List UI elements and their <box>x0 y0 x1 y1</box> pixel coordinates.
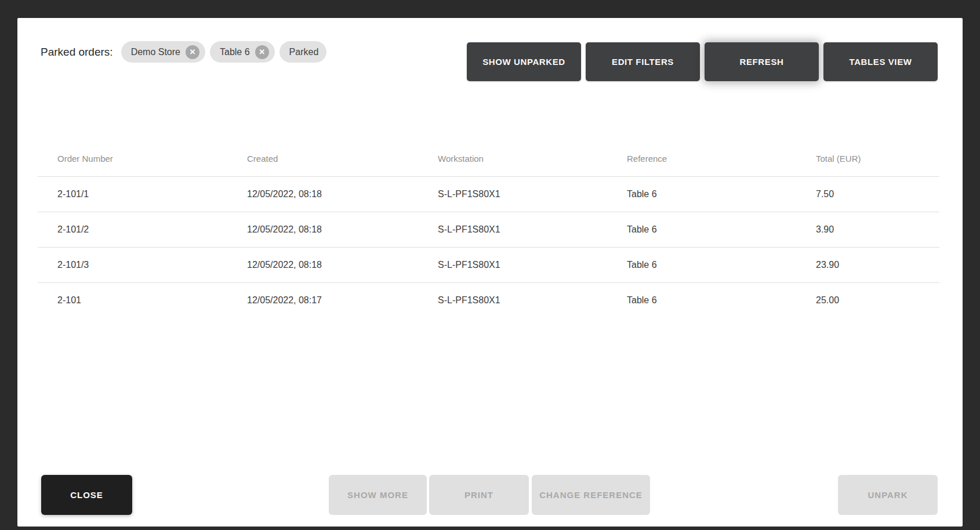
tables-view-button[interactable]: TABLES VIEW <box>823 42 938 81</box>
edit-filters-button[interactable]: EDIT FILTERS <box>586 42 700 81</box>
modal-backdrop[interactable]: Parked orders: Demo Store ✕ Table 6 ✕ Pa… <box>0 0 980 530</box>
total-cell: 25.00 <box>796 282 939 318</box>
remove-filter-icon[interactable]: ✕ <box>255 45 269 59</box>
table-row[interactable]: 2-101 12/05/2022, 08:17 S-L-PF1S80X1 Tab… <box>38 282 939 318</box>
reference-cell: Table 6 <box>607 282 796 318</box>
reference-cell: Table 6 <box>607 247 796 282</box>
unpark-button[interactable]: UNPARK <box>838 475 938 515</box>
total-cell: 23.90 <box>796 247 939 282</box>
workstation-cell: S-L-PF1S80X1 <box>418 212 607 247</box>
created-cell: 12/05/2022, 08:18 <box>227 176 418 212</box>
filter-chip-demo-store[interactable]: Demo Store ✕ <box>121 41 205 63</box>
dialog-title: Parked orders: <box>41 46 113 59</box>
column-header-total: Total (EUR) <box>796 141 939 176</box>
orders-table: Order Number Created Workstation Referen… <box>38 141 939 318</box>
toolbar: SHOW UNPARKED EDIT FILTERS REFRESH TABLE… <box>467 42 938 81</box>
show-unparked-button[interactable]: SHOW UNPARKED <box>467 42 581 81</box>
close-button[interactable]: CLOSE <box>41 475 132 515</box>
workstation-cell: S-L-PF1S80X1 <box>418 247 607 282</box>
filter-chip-parked[interactable]: Parked <box>280 41 327 63</box>
total-cell: 7.50 <box>796 176 939 212</box>
created-cell: 12/05/2022, 08:18 <box>227 247 418 282</box>
table-row[interactable]: 2-101/2 12/05/2022, 08:18 S-L-PF1S80X1 T… <box>38 212 939 247</box>
column-header-workstation: Workstation <box>418 141 607 176</box>
order-number-cell: 2-101/1 <box>38 176 227 212</box>
table-row[interactable]: 2-101/1 12/05/2022, 08:18 S-L-PF1S80X1 T… <box>38 176 939 212</box>
refresh-button[interactable]: REFRESH <box>705 42 819 81</box>
filter-chip-label: Table 6 <box>220 47 250 57</box>
created-cell: 12/05/2022, 08:18 <box>227 212 418 247</box>
column-header-created: Created <box>227 141 418 176</box>
order-number-cell: 2-101/3 <box>38 247 227 282</box>
parked-orders-dialog: Parked orders: Demo Store ✕ Table 6 ✕ Pa… <box>17 18 963 527</box>
workstation-cell: S-L-PF1S80X1 <box>418 176 607 212</box>
workstation-cell: S-L-PF1S80X1 <box>418 282 607 318</box>
total-cell: 3.90 <box>796 212 939 247</box>
order-number-cell: 2-101 <box>38 282 227 318</box>
show-more-button[interactable]: SHOW MORE <box>329 475 427 515</box>
reference-cell: Table 6 <box>607 176 796 212</box>
order-number-cell: 2-101/2 <box>38 212 227 247</box>
table-row[interactable]: 2-101/3 12/05/2022, 08:18 S-L-PF1S80X1 T… <box>38 247 939 282</box>
filter-chip-label: Parked <box>289 47 319 57</box>
remove-filter-icon[interactable]: ✕ <box>186 45 199 59</box>
table-header-row: Order Number Created Workstation Referen… <box>38 141 939 176</box>
change-reference-button[interactable]: CHANGE REFERENCE <box>532 475 650 515</box>
column-header-reference: Reference <box>607 141 796 176</box>
reference-cell: Table 6 <box>607 212 796 247</box>
column-header-order-number: Order Number <box>38 141 227 176</box>
filters-row: Parked orders: Demo Store ✕ Table 6 ✕ Pa… <box>41 41 331 63</box>
filter-chip-label: Demo Store <box>131 47 180 57</box>
print-button[interactable]: PRINT <box>429 475 529 515</box>
created-cell: 12/05/2022, 08:17 <box>227 282 418 318</box>
filter-chip-table-6[interactable]: Table 6 ✕ <box>210 41 275 63</box>
